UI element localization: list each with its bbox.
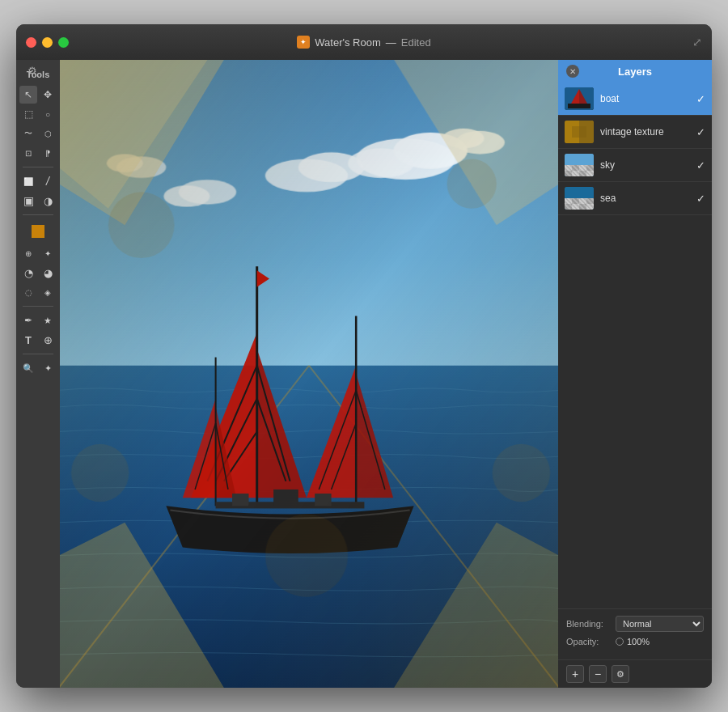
layer-thumb-sky xyxy=(565,154,594,176)
svg-rect-64 xyxy=(579,171,586,176)
layer-thumb-sea xyxy=(565,187,594,210)
svg-rect-73 xyxy=(579,204,586,210)
fill-tool[interactable]: ▣ xyxy=(19,192,37,210)
maximize-button[interactable] xyxy=(58,37,69,48)
blend-label: Blending: xyxy=(566,619,611,629)
layer-thumb-texture xyxy=(565,121,594,143)
dodge-tool[interactable]: ◔ xyxy=(19,264,37,282)
burn-tool[interactable]: ◕ xyxy=(39,264,57,282)
move-tool[interactable]: ✥ xyxy=(39,86,57,104)
tools-panel: Tools ↖ ✥ ⬚ ○ 〜 ⬡ ⊡ xyxy=(16,60,60,688)
svg-point-47 xyxy=(265,515,348,597)
svg-rect-66 xyxy=(565,187,594,198)
sharpen-tool[interactable]: ◈ xyxy=(39,283,57,301)
svg-rect-74 xyxy=(586,204,594,210)
svg-rect-62 xyxy=(565,171,572,176)
rect-select-tool[interactable]: ⬚ xyxy=(19,105,37,123)
layer-item-boat[interactable]: boat ✓ xyxy=(558,83,712,116)
layer-item-sea[interactable]: sea ✓ xyxy=(558,182,712,215)
svg-rect-69 xyxy=(579,198,586,204)
svg-rect-67 xyxy=(565,198,572,204)
svg-point-48 xyxy=(71,444,129,502)
svg-rect-60 xyxy=(579,165,586,171)
remove-layer-button[interactable]: − xyxy=(589,665,607,683)
ellipse-select-tool[interactable]: ○ xyxy=(39,105,57,123)
layer-visible-sea[interactable]: ✓ xyxy=(696,193,705,205)
svg-rect-68 xyxy=(572,198,579,204)
canvas-area xyxy=(60,60,558,688)
eyedropper-tool[interactable]: ⁋ xyxy=(39,144,57,162)
svg-rect-58 xyxy=(565,165,572,171)
tool-separator-4 xyxy=(23,354,53,354)
svg-rect-57 xyxy=(565,154,594,176)
lasso-tool[interactable]: 〜 xyxy=(19,125,37,142)
svg-rect-72 xyxy=(572,204,579,210)
minimize-button[interactable] xyxy=(42,37,53,48)
brush-tool[interactable]: / xyxy=(39,172,57,190)
svg-rect-70 xyxy=(586,198,594,204)
shape-tool[interactable]: ★ xyxy=(39,312,57,329)
text-tool[interactable]: T xyxy=(19,331,37,349)
clone-tool[interactable]: ⊕ xyxy=(19,244,37,262)
zoom-tool[interactable]: ⊕ xyxy=(39,331,57,349)
layer-name-texture: vintage texture xyxy=(600,126,690,138)
layer-visible-sky[interactable]: ✓ xyxy=(696,159,705,172)
layer-name-sky: sky xyxy=(600,159,690,171)
window-title: ✦ Water's Room — Edited xyxy=(297,36,430,49)
app-settings-button[interactable]: ⚙ xyxy=(28,65,37,77)
fullscreen-button[interactable]: ⤢ xyxy=(692,36,702,49)
erase-tool[interactable]: ⬜ xyxy=(19,172,37,190)
tools-grid: ↖ ✥ ⬚ ○ 〜 ⬡ ⊡ ⁋ xyxy=(16,86,60,377)
layer-name-sea: sea xyxy=(600,193,690,204)
layer-settings-button[interactable]: ⚙ xyxy=(612,665,629,683)
gradient-tool[interactable]: ◑ xyxy=(39,192,57,210)
hand-tool[interactable]: ✦ xyxy=(39,359,57,377)
svg-rect-59 xyxy=(572,165,579,171)
layers-controls: Blending: Normal Multiply Screen Overlay… xyxy=(558,608,712,659)
title-separator: — xyxy=(386,36,396,49)
svg-rect-63 xyxy=(572,171,579,176)
opacity-slider[interactable]: 100% xyxy=(616,637,704,646)
poly-lasso-tool[interactable]: ⬡ xyxy=(39,125,57,142)
app-window: ✦ Water's Room — Edited ⤢ ⚙ Tools ↖ ✥ ⬚ xyxy=(16,24,712,688)
layers-panel: ✕ Layers boat ✓ xyxy=(558,60,712,688)
layers-header: ✕ Layers xyxy=(558,60,712,83)
layer-visible-texture[interactable]: ✓ xyxy=(696,126,705,138)
magnify-tool[interactable]: 🔍 xyxy=(19,359,37,377)
opacity-value: 100% xyxy=(627,637,650,646)
foreground-swatch[interactable] xyxy=(32,225,44,238)
blend-row: Blending: Normal Multiply Screen Overlay xyxy=(566,616,704,632)
traffic-lights xyxy=(26,37,69,48)
opacity-row: Opacity: 100% xyxy=(566,637,704,646)
canvas-image xyxy=(60,60,558,688)
crop-tool[interactable]: ⊡ xyxy=(19,144,37,162)
layer-name-boat: boat xyxy=(600,93,690,104)
select-tool[interactable]: ↖ xyxy=(19,86,37,104)
layer-thumb-boat xyxy=(565,87,594,110)
close-button[interactable] xyxy=(26,37,36,48)
blur-tool[interactable]: ◌ xyxy=(19,283,37,301)
layer-item-vintage-texture[interactable]: vintage texture ✓ xyxy=(558,116,712,149)
opacity-dot[interactable] xyxy=(616,638,624,646)
edited-badge: Edited xyxy=(401,36,431,49)
tool-separator-2 xyxy=(23,214,53,215)
layers-footer: + − ⚙ xyxy=(558,659,712,688)
svg-point-46 xyxy=(447,159,497,209)
layer-visible-boat[interactable]: ✓ xyxy=(696,93,705,105)
svg-rect-65 xyxy=(586,171,594,176)
title-icon: ✦ xyxy=(297,36,310,49)
heal-tool[interactable]: ✦ xyxy=(39,244,57,262)
layers-title: Layers xyxy=(618,66,652,78)
svg-rect-53 xyxy=(568,104,590,108)
layers-close-button[interactable]: ✕ xyxy=(566,65,579,78)
color-swatches xyxy=(32,225,44,238)
svg-rect-56 xyxy=(572,126,586,138)
pen-tool[interactable]: ✒ xyxy=(19,312,37,329)
title-text: Water's Room xyxy=(315,36,380,49)
add-layer-button[interactable]: + xyxy=(566,665,584,683)
svg-point-45 xyxy=(108,192,175,258)
main-content: Tools ↖ ✥ ⬚ ○ 〜 ⬡ ⊡ xyxy=(16,60,712,688)
layer-item-sky[interactable]: sky ✓ xyxy=(558,149,712,182)
svg-rect-61 xyxy=(586,165,594,171)
blend-select[interactable]: Normal Multiply Screen Overlay xyxy=(616,616,704,632)
